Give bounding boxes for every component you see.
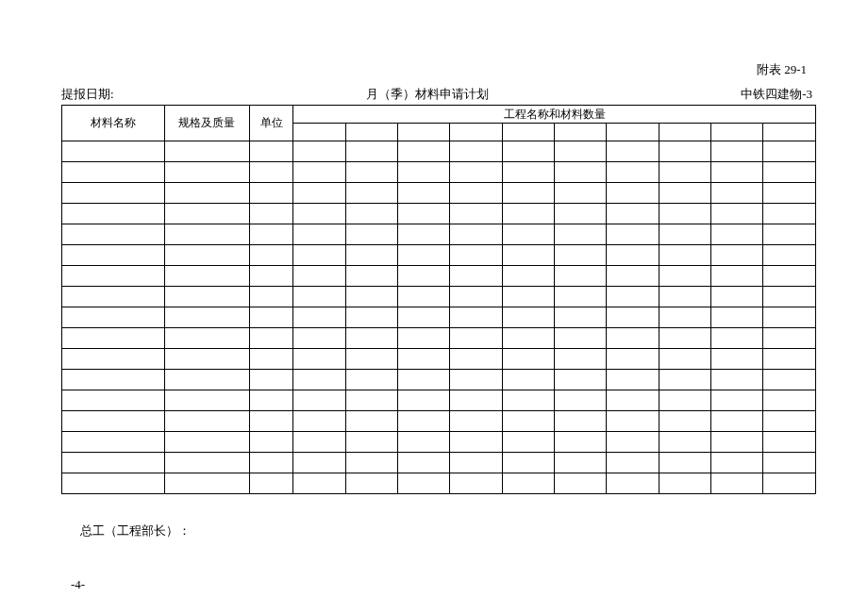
table-cell — [345, 411, 397, 432]
table-cell — [345, 245, 397, 266]
table-cell — [62, 266, 165, 287]
table-cell — [502, 328, 554, 349]
table-cell — [502, 411, 554, 432]
table-cell — [250, 204, 293, 224]
qty-subcol — [711, 124, 763, 141]
table-cell — [555, 204, 607, 224]
qty-subcol — [607, 124, 659, 141]
table-cell — [555, 432, 607, 453]
table-cell — [763, 183, 816, 204]
table-cell — [555, 328, 607, 349]
table-cell — [293, 162, 345, 183]
table-cell — [555, 162, 607, 183]
table-cell — [345, 183, 397, 204]
table-cell — [659, 266, 710, 287]
table-cell — [763, 162, 816, 183]
table-row — [62, 349, 816, 370]
table-cell — [763, 266, 816, 287]
table-cell — [555, 349, 607, 370]
table-row — [62, 307, 816, 328]
table-cell — [555, 224, 607, 245]
qty-subcol — [502, 124, 554, 141]
table-cell — [763, 141, 816, 162]
table-cell — [398, 370, 450, 390]
table-cell — [711, 307, 763, 328]
table-cell — [450, 349, 502, 370]
attachment-label: 附表 29-1 — [61, 61, 816, 78]
table-cell — [250, 224, 293, 245]
table-cell — [293, 473, 345, 494]
table-cell — [502, 307, 554, 328]
qty-subcol — [450, 124, 502, 141]
table-cell — [502, 204, 554, 224]
table-cell — [293, 390, 345, 411]
table-cell — [763, 224, 816, 245]
table-cell — [250, 287, 293, 307]
table-cell — [62, 224, 165, 245]
table-cell — [250, 183, 293, 204]
table-cell — [293, 287, 345, 307]
table-cell — [345, 307, 397, 328]
table-cell — [711, 328, 763, 349]
table-cell — [250, 141, 293, 162]
table-cell — [711, 453, 763, 473]
table-cell — [763, 349, 816, 370]
table-cell — [607, 141, 659, 162]
table-cell — [62, 370, 165, 390]
table-cell — [293, 141, 345, 162]
qty-subcol — [659, 124, 710, 141]
table-cell — [763, 390, 816, 411]
table-cell — [502, 287, 554, 307]
table-cell — [293, 432, 345, 453]
material-plan-table: 材料名称 规格及质量 单位 工程名称和材料数量 — [61, 105, 816, 494]
col-unit: 单位 — [250, 106, 293, 141]
table-cell — [164, 390, 250, 411]
table-cell — [659, 453, 710, 473]
table-cell — [711, 411, 763, 432]
table-cell — [450, 183, 502, 204]
table-cell — [711, 432, 763, 453]
table-cell — [711, 162, 763, 183]
table-cell — [763, 204, 816, 224]
table-cell — [398, 266, 450, 287]
table-cell — [398, 411, 450, 432]
table-cell — [62, 473, 165, 494]
table-cell — [607, 266, 659, 287]
document-page: 附表 29-1 提报日期: 月（季）材料申请计划 中铁四建物-3 材料名称 规格… — [0, 0, 868, 592]
table-row — [62, 266, 816, 287]
org-label: 中铁四建物-3 — [741, 86, 816, 103]
table-cell — [711, 245, 763, 266]
table-cell — [345, 390, 397, 411]
table-cell — [164, 370, 250, 390]
table-cell — [659, 432, 710, 453]
table-cell — [398, 162, 450, 183]
table-cell — [659, 473, 710, 494]
table-cell — [164, 453, 250, 473]
table-cell — [293, 453, 345, 473]
report-date-label: 提报日期: — [61, 86, 114, 103]
table-cell — [502, 473, 554, 494]
table-cell — [164, 328, 250, 349]
table-cell — [450, 287, 502, 307]
table-cell — [164, 183, 250, 204]
table-cell — [250, 307, 293, 328]
table-cell — [555, 141, 607, 162]
table-cell — [164, 141, 250, 162]
table-cell — [293, 328, 345, 349]
table-cell — [293, 183, 345, 204]
table-cell — [398, 141, 450, 162]
table-cell — [502, 183, 554, 204]
table-cell — [164, 349, 250, 370]
table-cell — [450, 390, 502, 411]
table-cell — [607, 349, 659, 370]
table-cell — [398, 204, 450, 224]
table-cell — [502, 245, 554, 266]
table-cell — [62, 432, 165, 453]
table-cell — [607, 204, 659, 224]
table-body — [62, 141, 816, 494]
table-cell — [164, 432, 250, 453]
table-cell — [555, 266, 607, 287]
table-cell — [607, 328, 659, 349]
table-cell — [450, 432, 502, 453]
table-cell — [250, 245, 293, 266]
